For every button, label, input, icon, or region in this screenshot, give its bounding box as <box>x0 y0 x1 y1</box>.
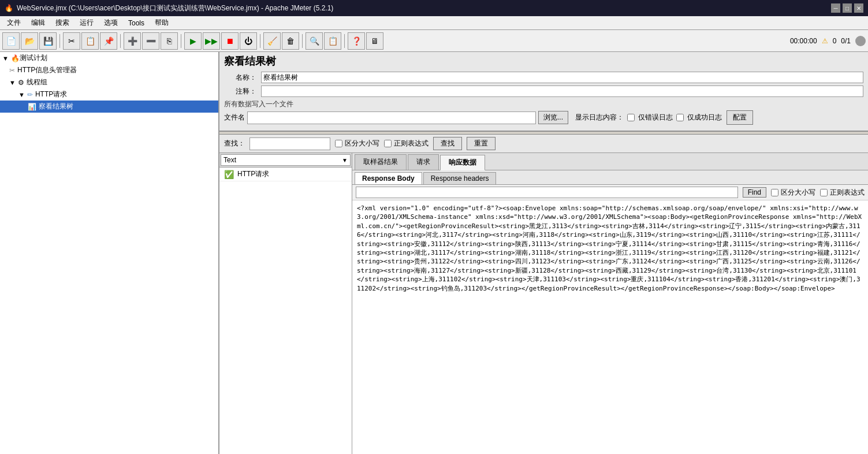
results-panel: 取样器结果 请求 响应数据 Response Body Response hea… <box>352 153 868 454</box>
name-input[interactable] <box>261 72 863 83</box>
reset-button[interactable]: 重置 <box>467 137 496 150</box>
browse-button[interactable]: 浏览... <box>538 111 568 124</box>
title-bar-controls[interactable]: ─ □ ✕ <box>831 3 863 13</box>
log-options-label: 显示日志内容： <box>575 113 624 122</box>
case-sensitive-group[interactable]: 区分大小写 <box>335 139 379 148</box>
menu-tools[interactable]: Tools <box>124 18 149 28</box>
tree-label-test-plan: 测试计划 <box>20 53 47 63</box>
success-log-label: 仅成功日志 <box>687 113 722 122</box>
http-header-icon: ✂ <box>9 66 15 75</box>
help-button[interactable]: ❓ <box>348 32 365 50</box>
regex-checkbox[interactable] <box>384 140 392 147</box>
error-log-label: 仅错误日志 <box>638 113 673 122</box>
start-button[interactable]: ▶ <box>184 32 202 50</box>
response-tabs: Response Body Response headers <box>352 170 868 185</box>
tab-request[interactable]: 请求 <box>408 154 439 170</box>
new-button[interactable]: 📄 <box>2 32 20 50</box>
remote-button[interactable]: 🖥 <box>366 32 383 50</box>
minimize-button[interactable]: ─ <box>831 3 840 13</box>
tab-response-body[interactable]: Response Body <box>355 172 422 184</box>
view-results-icon: 📊 <box>28 103 36 111</box>
sample-list: Text ▼ ✅ HTTP请求 <box>219 153 352 454</box>
tree-item-test-plan[interactable]: ▼ 🔥 测试计划 <box>0 52 218 64</box>
dropdown-label: Text <box>223 156 236 164</box>
name-label: 名称： <box>224 73 259 83</box>
config-button[interactable]: 配置 <box>727 110 753 125</box>
add-button[interactable]: ➕ <box>124 32 141 50</box>
find-case-sensitive-checkbox[interactable] <box>771 189 778 196</box>
success-log-checkbox[interactable] <box>676 114 684 121</box>
find-regex-checkbox[interactable] <box>820 189 828 196</box>
expand-icon-test-plan: ▼ <box>2 55 9 62</box>
shutdown-button[interactable]: ⏻ <box>240 32 257 50</box>
dropdown-arrow-icon: ▼ <box>342 157 348 163</box>
duplicate-button[interactable]: ⎘ <box>161 32 178 50</box>
panel-title: 察看结果树 <box>224 54 863 68</box>
sample-item-http[interactable]: ✅ HTTP请求 <box>219 168 352 181</box>
title-bar: 🔥 WebService.jmx (C:\Users\acer\Desktop\… <box>0 0 868 16</box>
tree-item-http-header[interactable]: ✂ HTTP信息头管理器 <box>0 64 218 76</box>
start-no-pause-button[interactable]: ▶▶ <box>203 32 220 50</box>
error-log-checkbox[interactable] <box>627 114 635 121</box>
search-input[interactable] <box>249 137 330 150</box>
comment-input[interactable] <box>261 85 863 97</box>
save-button[interactable]: 💾 <box>39 32 57 50</box>
close-button[interactable]: ✕ <box>854 3 863 13</box>
file-label: 文件名 <box>224 113 245 122</box>
toolbar-separator-4 <box>260 34 260 48</box>
log-options: 显示日志内容： 仅错误日志 仅成功日志 <box>575 113 722 122</box>
find-case-sensitive-group[interactable]: 区分大小写 <box>771 188 815 198</box>
comment-row: 注释： <box>224 85 863 97</box>
tab-response-headers[interactable]: Response headers <box>423 172 497 184</box>
clear-all-button[interactable]: 🗑 <box>282 32 299 50</box>
templates-button[interactable]: 📋 <box>324 32 341 50</box>
tab-response-data[interactable]: 响应数据 <box>440 155 485 170</box>
toolbar-separator-3 <box>181 34 181 48</box>
menu-help[interactable]: 帮助 <box>150 17 173 29</box>
find-case-sensitive-label: 区分大小写 <box>781 188 815 198</box>
toolbar-separator-1 <box>59 34 60 48</box>
http-request-icon: ✏ <box>27 91 33 99</box>
menu-edit[interactable]: 编辑 <box>27 17 50 29</box>
tree-item-view-results[interactable]: 📊 察看结果树 <box>0 101 218 113</box>
maximize-button[interactable]: □ <box>843 3 852 13</box>
search-toolbar-button[interactable]: 🔍 <box>306 32 323 50</box>
tab-sampler-result[interactable]: 取样器结果 <box>355 154 407 170</box>
find-regex-label: 正则表达式 <box>830 188 865 198</box>
find-regex-group[interactable]: 正则表达式 <box>820 188 865 198</box>
text-dropdown[interactable]: Text ▼ <box>221 154 351 166</box>
menu-options[interactable]: 选项 <box>99 17 122 29</box>
remove-button[interactable]: ➖ <box>142 32 159 50</box>
file-input[interactable] <box>247 111 536 124</box>
open-button[interactable]: 📂 <box>21 32 38 50</box>
case-sensitive-label: 区分大小写 <box>345 139 379 148</box>
title-bar-left: 🔥 WebService.jmx (C:\Users\acer\Desktop\… <box>5 3 333 13</box>
content-area: Text ▼ ✅ HTTP请求 取样器结果 请求 响应数据 <box>219 153 868 454</box>
menu-file[interactable]: 文件 <box>2 17 25 29</box>
panel-header: 察看结果树 名称： 注释： 所有数据写入一个文件 文件名 浏览... 显示日志内… <box>219 52 868 131</box>
app-icon: 🔥 <box>5 4 13 12</box>
search-label: 查找： <box>224 139 245 148</box>
tree-label-view-results: 察看结果树 <box>39 102 73 111</box>
thread-group-icon: ⚙ <box>18 79 24 87</box>
search-button[interactable]: 查找 <box>433 137 462 150</box>
find-input[interactable] <box>356 187 738 198</box>
left-panel: ▼ 🔥 测试计划 ✂ HTTP信息头管理器 ▼ ⚙ 线程组 ▼ ✏ HTTP请求… <box>0 52 219 454</box>
copy-button[interactable]: 📋 <box>81 32 99 50</box>
find-button[interactable]: Find <box>743 187 766 198</box>
stop-button[interactable]: ⏹ <box>221 32 239 50</box>
menu-run[interactable]: 运行 <box>75 17 98 29</box>
regex-label: 正则表达式 <box>394 139 429 148</box>
window-title: WebService.jmx (C:\Users\acer\Desktop\接口… <box>17 3 333 13</box>
paste-button[interactable]: 📌 <box>100 32 117 50</box>
toolbar-right: 00:00:00 ⚠ 0 0/1 <box>790 36 866 46</box>
clear-button[interactable]: 🧹 <box>263 32 281 50</box>
case-sensitive-checkbox[interactable] <box>335 140 342 147</box>
file-section-label: 所有数据写入一个文件 <box>224 99 863 109</box>
result-count: 0/1 <box>841 37 851 45</box>
menu-search[interactable]: 搜索 <box>51 17 74 29</box>
tree-item-http-request[interactable]: ▼ ✏ HTTP请求 <box>0 88 218 101</box>
tree-item-thread-group[interactable]: ▼ ⚙ 线程组 <box>0 76 218 88</box>
regex-group[interactable]: 正则表达式 <box>384 139 429 148</box>
cut-button[interactable]: ✂ <box>63 32 80 50</box>
